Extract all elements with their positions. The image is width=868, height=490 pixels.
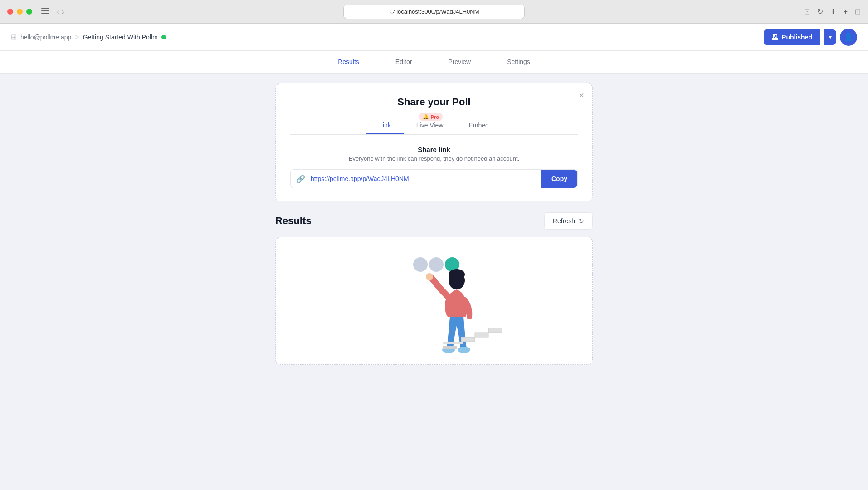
svg-rect-11 [461,337,475,342]
svg-rect-0 [41,8,49,9]
avatar-icon: 👤 [844,33,853,41]
pollme-icon: 🗳 [772,34,778,41]
svg-rect-1 [41,10,49,11]
screen-record-icon[interactable]: ⊡ [804,7,810,16]
svg-rect-12 [475,333,488,337]
main-content: × Share your Poll Link Live View Embed 🔔… [0,74,868,374]
reload-icon[interactable]: ↻ [817,7,823,16]
share-link-description: Everyone with the link can respond, they… [290,155,578,162]
grid-icon: ⊞ [11,33,17,41]
workspace-label[interactable]: hello@pollme.app [20,34,71,41]
published-label: Published [782,34,812,41]
tab-preview-label: Preview [448,58,471,65]
empty-state-illustration [361,237,507,364]
title-bar: ‹ › 🛡 localhost:3000/p/WadJ4LH0NM ⊡ ↻ ⬆ … [0,0,868,24]
maximize-button[interactable] [26,9,32,15]
traffic-lights [7,9,32,15]
modal-tab-link-label: Link [379,122,391,129]
results-section: Results Refresh ↻ [275,212,593,365]
refresh-button[interactable]: Refresh ↻ [544,212,593,230]
modal-tab-embed-label: Embed [469,122,489,129]
results-card [275,237,593,365]
modal-tab-embed[interactable]: Embed 🔔 Pro [456,117,502,134]
share-poll-modal: × Share your Poll Link Live View Embed 🔔… [275,83,593,201]
results-heading: Results [275,215,311,227]
modal-tabs: Link Live View Embed 🔔 Pro [290,117,578,135]
forward-arrow[interactable]: › [62,8,64,16]
svg-rect-14 [443,342,463,344]
modal-tab-liveview-label: Live View [416,122,444,129]
published-button[interactable]: 🗳 Published [764,29,820,45]
back-arrow[interactable]: ‹ [57,8,59,16]
tab-editor[interactable]: Editor [377,51,430,74]
minimize-button[interactable] [17,9,23,15]
svg-point-8 [426,273,433,280]
sidebar-right-icon[interactable]: ⊡ [855,7,861,16]
modal-card: × Share your Poll Link Live View Embed 🔔… [275,83,593,201]
link-chain-icon: 🔗 [291,175,311,183]
svg-point-3 [413,257,428,272]
url-text: localhost:3000/p/WadJ4LH0NM [396,8,479,15]
close-button[interactable] [7,9,13,15]
share-icon[interactable]: ⬆ [830,7,836,16]
tab-preview[interactable]: Preview [430,51,489,74]
refresh-label: Refresh [553,217,575,225]
title-bar-right: ⊡ ↻ ⬆ + ⊡ [804,7,861,16]
url-bar[interactable]: 🛡 localhost:3000/p/WadJ4LH0NM [343,5,525,19]
tab-results[interactable]: Results [320,51,377,74]
refresh-icon: ↻ [579,217,584,225]
page-title: Getting Started With Pollm [83,34,158,41]
svg-point-4 [429,257,444,272]
svg-rect-2 [41,13,49,14]
modal-tab-link[interactable]: Link [366,117,404,134]
share-url-input[interactable] [311,170,541,188]
svg-point-10 [458,347,470,353]
results-header: Results Refresh ↻ [275,212,593,230]
new-tab-icon[interactable]: + [844,8,848,16]
nav-arrows: ‹ › [57,8,64,16]
share-link-section: Share link Everyone with the link can re… [290,146,578,188]
breadcrumb: ⊞ hello@pollme.app > Getting Started Wit… [11,33,166,41]
shield-icon: 🛡 [389,8,395,15]
pro-badge-label: Pro [431,114,439,120]
avatar[interactable]: 👤 [840,29,857,46]
breadcrumb-separator: > [75,33,79,41]
copy-button[interactable]: Copy [541,170,577,188]
svg-point-7 [449,269,465,280]
tab-settings[interactable]: Settings [489,51,548,74]
modal-close-button[interactable]: × [579,91,584,100]
status-indicator [161,35,166,39]
app-header: ⊞ hello@pollme.app > Getting Started Wit… [0,24,868,51]
header-right: 🗳 Published ▾ 👤 [764,29,857,46]
tab-results-label: Results [338,58,359,65]
tabs-bar: Results Editor Preview Settings [0,51,868,74]
published-dropdown-button[interactable]: ▾ [824,29,836,45]
copy-label: Copy [551,175,567,182]
share-link-title: Share link [290,146,578,153]
tab-editor-label: Editor [395,58,412,65]
pro-badge-icon: 🔔 [423,114,429,120]
close-icon: × [579,90,584,100]
modal-title: Share your Poll [290,96,578,108]
dropdown-arrow-icon: ▾ [829,34,832,40]
illustration-area [276,237,592,364]
link-input-row: 🔗 Link copied to your clipboard Copy [290,169,578,188]
pro-badge: 🔔 Pro [419,113,443,121]
sidebar-toggle[interactable] [41,8,49,16]
tab-settings-label: Settings [507,58,530,65]
copy-button-wrapper: Link copied to your clipboard Copy [541,170,577,188]
svg-rect-15 [443,346,457,349]
svg-rect-13 [488,328,502,333]
